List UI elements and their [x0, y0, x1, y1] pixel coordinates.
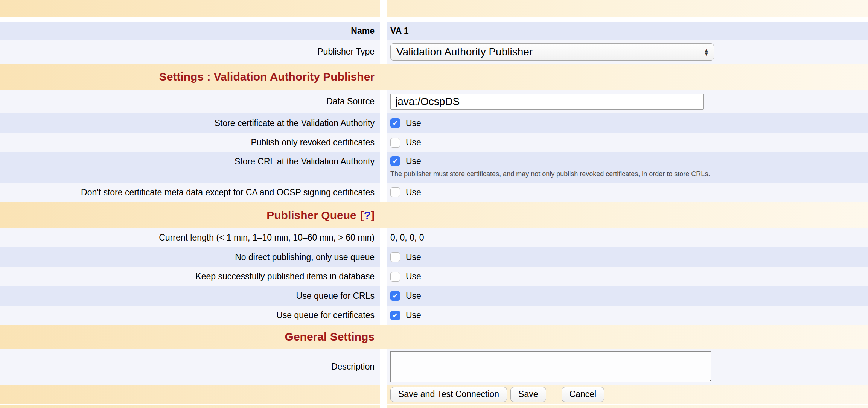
store-certificate-checkbox[interactable] [390, 118, 400, 128]
save-button[interactable]: Save [510, 387, 546, 402]
actions-cell: Save and Test Connection Save Cancel [387, 385, 868, 404]
select-stepper-icon: ▲ ▼ [704, 48, 709, 55]
store-certificate-cell: Use [387, 113, 868, 133]
settings-section-header-inner: Settings : Validation Authority Publishe… [0, 70, 380, 83]
name-label: Name [0, 22, 380, 40]
keep-published-items-label: Keep successfully published items in dat… [0, 267, 380, 286]
publisher-queue-help: [?] [360, 209, 375, 222]
data-source-label: Data Source [0, 90, 380, 113]
publisher-type-label: Publisher Type [0, 40, 380, 64]
column-gap [380, 183, 387, 202]
description-textarea[interactable] [390, 351, 711, 382]
data-source-row: Data Source [0, 90, 868, 113]
actions-row: Save and Test Connection Save Cancel [0, 385, 868, 404]
publish-only-revoked-cell: Use [387, 133, 868, 152]
current-length-value: 0, 0, 0, 0 [387, 228, 868, 247]
use-queue-crls-checkbox[interactable] [390, 291, 400, 301]
bottom-band-left [0, 405, 380, 408]
use-queue-certificates-row: Use queue for certificates Use [0, 306, 868, 325]
current-length-label: Current length (< 1 min, 1–10 min, 10–60… [0, 228, 380, 247]
name-row: Name VA 1 [0, 22, 868, 40]
column-gap [380, 40, 387, 64]
column-gap [380, 385, 387, 404]
column-gap [380, 152, 387, 183]
use-label: Use [406, 271, 421, 282]
cancel-button[interactable]: Cancel [562, 387, 605, 402]
general-settings-section-header: General Settings [0, 325, 868, 349]
keep-published-items-cell: Use [387, 267, 868, 286]
column-gap [380, 22, 387, 40]
use-queue-crls-row: Use queue for CRLs Use [0, 286, 868, 306]
use-queue-crls-label: Use queue for CRLs [0, 286, 380, 306]
data-source-input[interactable] [390, 94, 704, 110]
bracket-close: ] [371, 209, 375, 221]
no-direct-publishing-checkbox[interactable] [390, 252, 400, 262]
use-label: Use [406, 137, 421, 148]
top-band-left [0, 0, 380, 17]
column-gap [380, 306, 387, 325]
no-direct-publishing-row: No direct publishing, only use queue Use [0, 247, 868, 267]
general-settings-title: General Settings [285, 330, 375, 343]
store-crl-row: Store CRL at the Validation Authority Us… [0, 152, 868, 183]
publisher-type-row: Publisher Type Validation Authority Publ… [0, 40, 868, 64]
dont-store-metadata-row: Don't store certificate meta data except… [0, 183, 868, 202]
edit-publisher-page: { "page": { "name_row": { "label": "Name… [0, 0, 868, 408]
use-queue-certificates-cell: Use [387, 306, 868, 325]
use-label: Use [406, 118, 421, 128]
dont-store-metadata-cell: Use [387, 183, 868, 202]
bracket-open: [ [360, 209, 364, 221]
save-and-test-connection-button[interactable]: Save and Test Connection [390, 387, 507, 402]
column-gap [380, 286, 387, 306]
description-cell [387, 349, 868, 385]
use-label: Use [406, 156, 421, 166]
use-label: Use [406, 291, 421, 301]
keep-published-items-row: Keep successfully published items in dat… [0, 267, 868, 286]
use-label: Use [406, 310, 421, 320]
settings-section-header: Settings : Validation Authority Publishe… [0, 64, 868, 90]
description-label: Description [0, 349, 380, 385]
publisher-queue-section-header: Publisher Queue [?] [0, 202, 868, 228]
no-direct-publishing-cell: Use [387, 247, 868, 267]
publisher-type-selected-value: Validation Authority Publisher [396, 46, 533, 58]
publish-only-revoked-row: Publish only revoked certificates Use [0, 133, 868, 152]
chevron-down-icon: ▼ [704, 52, 709, 55]
publish-only-revoked-checkbox[interactable] [390, 138, 400, 148]
settings-section-title: Settings : Validation Authority Publishe… [159, 70, 375, 83]
column-gap [380, 133, 387, 152]
actions-row-left [0, 385, 380, 404]
current-length-row: Current length (< 1 min, 1–10 min, 10–60… [0, 228, 868, 247]
help-question-link[interactable]: ? [364, 209, 371, 221]
store-crl-checkbox[interactable] [390, 156, 400, 166]
dont-store-metadata-checkbox[interactable] [390, 187, 400, 197]
column-gap [380, 0, 387, 17]
top-band [0, 0, 868, 17]
name-value: VA 1 [387, 22, 868, 40]
bottom-band-right [387, 405, 868, 408]
publisher-type-cell: Validation Authority Publisher ▲ ▼ [387, 40, 868, 64]
column-gap [380, 113, 387, 133]
column-gap [380, 90, 387, 113]
bottom-band [0, 405, 868, 408]
publisher-queue-title: Publisher Queue [266, 209, 356, 222]
keep-published-items-checkbox[interactable] [390, 272, 400, 282]
store-crl-help-note: The publisher must store certificates, a… [390, 170, 710, 178]
use-queue-crls-cell: Use [387, 286, 868, 306]
column-gap [380, 247, 387, 267]
spacer-row [0, 17, 868, 22]
no-direct-publishing-label: No direct publishing, only use queue [0, 247, 380, 267]
use-label: Use [406, 252, 421, 262]
top-band-right [387, 0, 868, 17]
publisher-type-select[interactable]: Validation Authority Publisher ▲ ▼ [390, 43, 714, 61]
column-gap [380, 405, 387, 408]
data-source-cell [387, 90, 868, 113]
store-crl-label: Store CRL at the Validation Authority [0, 152, 380, 183]
store-crl-cell: Use The publisher must store certificate… [387, 152, 868, 183]
general-settings-header-inner: General Settings [0, 330, 380, 343]
store-certificate-row: Store certificate at the Validation Auth… [0, 113, 868, 133]
use-queue-certificates-checkbox[interactable] [390, 311, 400, 320]
use-label: Use [406, 187, 421, 198]
publisher-queue-header-inner: Publisher Queue [?] [0, 209, 380, 222]
column-gap [380, 228, 387, 247]
dont-store-metadata-label: Don't store certificate meta data except… [0, 183, 380, 202]
column-gap [380, 267, 387, 286]
